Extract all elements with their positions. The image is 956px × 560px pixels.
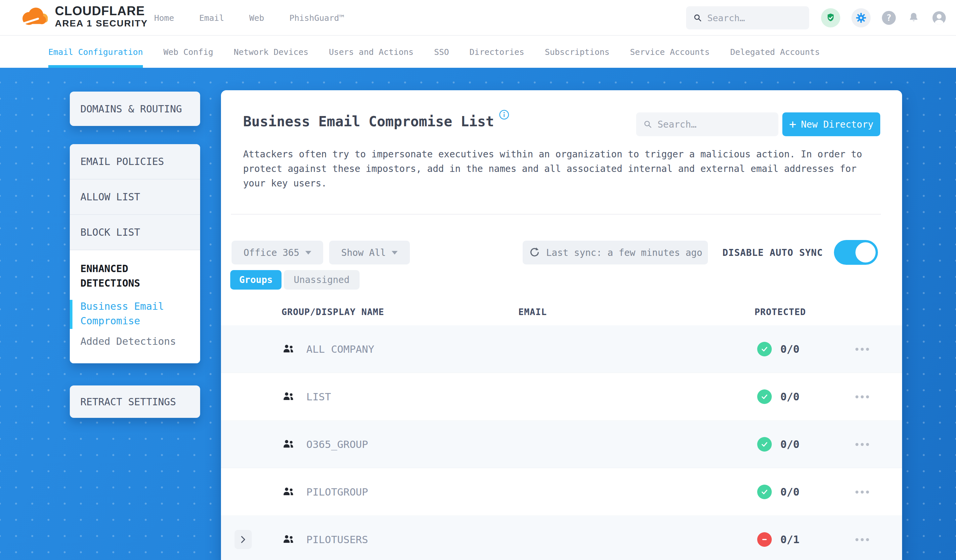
protection-status-button[interactable] (821, 8, 840, 27)
nav-web[interactable]: Web (249, 13, 264, 23)
help-button[interactable]: ? (882, 11, 896, 25)
protected-count: 0/1 (780, 516, 800, 560)
protected-count: 0/0 (780, 325, 800, 373)
account-button[interactable] (931, 10, 947, 25)
sidebar-item-email-policies[interactable]: EMAIL POLICIES (70, 144, 200, 179)
row-menu-button[interactable] (855, 468, 869, 516)
protected-count: 0/0 (780, 468, 800, 516)
group-name: PILOTUSERS (306, 516, 368, 560)
row-menu-button[interactable] (855, 420, 869, 468)
sidebar-item-enhanced-detections[interactable]: ENHANCED DETECTIONS (80, 262, 179, 290)
row-menu-button[interactable] (855, 516, 869, 560)
cloudflare-logo: CLOUDFLARE AREA 1 SECURITY (19, 4, 148, 29)
tab-users-and-actions[interactable]: Users and Actions (329, 36, 414, 68)
info-icon[interactable] (499, 110, 509, 121)
view-tab-unassigned[interactable]: Unassigned (284, 270, 360, 290)
content-area: DOMAINS & ROUTING EMAIL POLICIES ALLOW L… (0, 68, 956, 560)
active-item-indicator (70, 300, 72, 329)
group-icon (283, 344, 296, 356)
table-row[interactable]: PILOTUSERS 0/1 (221, 516, 902, 560)
protected-count: 0/0 (780, 420, 800, 468)
group-icon (283, 439, 296, 451)
shield-check-icon (825, 13, 836, 23)
row-menu-button[interactable] (855, 325, 869, 373)
sidebar-item-added-detections[interactable]: Added Detections (80, 336, 200, 347)
protected-check-icon (757, 342, 772, 356)
view-tab-groups[interactable]: Groups (230, 270, 281, 290)
global-search[interactable] (686, 6, 809, 30)
table-row[interactable]: LIST 0/0 (221, 373, 902, 420)
list-search-input[interactable] (657, 119, 771, 130)
unprotected-minus-icon (757, 532, 772, 547)
logo-line2: AREA 1 SECURITY (55, 18, 148, 29)
table-header: GROUP/DISPLAY NAME EMAIL PROTECTED (221, 307, 902, 325)
column-header-email: EMAIL (518, 307, 547, 317)
group-table: ALL COMPANY 0/0 LIST 0/0 (221, 325, 902, 560)
directory-filter-dropdown[interactable]: Office 365 (231, 241, 323, 265)
avatar-icon (931, 10, 947, 25)
nav-home[interactable]: Home (154, 13, 174, 23)
cloudflare-cloud-icon (19, 4, 50, 29)
new-directory-label: New Directory (801, 119, 873, 130)
toggle-knob (855, 242, 876, 262)
group-name: PILOTGROUP (306, 468, 368, 516)
show-filter-value: Show All (341, 247, 386, 258)
top-bar: CLOUDFLARE AREA 1 SECURITY Home Email We… (0, 0, 956, 36)
protected-check-icon (757, 437, 772, 452)
tab-email-configuration[interactable]: Email Configuration (48, 36, 143, 68)
chevron-down-icon (305, 251, 311, 254)
tab-sso[interactable]: SSO (434, 36, 449, 68)
bell-icon (907, 11, 920, 25)
top-bar-right: ? (686, 0, 947, 36)
column-header-name: GROUP/DISPLAY NAME (281, 307, 384, 317)
divider (231, 214, 881, 215)
global-search-input[interactable] (707, 13, 802, 23)
new-directory-button[interactable]: + New Directory (782, 112, 880, 136)
tab-service-accounts[interactable]: Service Accounts (630, 36, 710, 68)
sidebar-item-domains-routing[interactable]: DOMAINS & ROUTING (70, 92, 200, 126)
row-menu-button[interactable] (855, 373, 869, 420)
last-sync-text: Last sync: a few minutes ago (546, 247, 702, 258)
table-row[interactable]: O365_GROUP 0/0 (221, 420, 902, 468)
page-description: Attackers often try to impersonate execu… (243, 147, 873, 191)
group-icon (283, 391, 296, 403)
table-row[interactable]: PILOTGROUP 0/0 (221, 468, 902, 516)
tab-web-config[interactable]: Web Config (164, 36, 213, 68)
sidebar-item-business-email-compromise[interactable]: Business Email Compromise (80, 299, 179, 328)
sidebar-card-retract-settings: RETRACT SETTINGS (70, 386, 200, 418)
expand-row-button[interactable] (234, 530, 252, 549)
tab-delegated-accounts[interactable]: Delegated Accounts (730, 36, 820, 68)
settings-button[interactable] (851, 8, 871, 27)
notifications-button[interactable] (907, 11, 920, 25)
tab-subscriptions[interactable]: Subscriptions (545, 36, 610, 68)
sidebar-item-allow-list[interactable]: ALLOW LIST (70, 179, 200, 215)
table-row[interactable]: ALL COMPANY 0/0 (221, 325, 902, 373)
protected-check-icon (757, 485, 772, 499)
main-nav: Home Email Web PhishGuard™ (154, 0, 344, 36)
nav-email[interactable]: Email (199, 13, 224, 23)
chevron-down-icon (392, 251, 398, 254)
list-search[interactable] (636, 112, 778, 136)
directory-filter-value: Office 365 (244, 247, 299, 258)
chevron-right-icon (241, 535, 246, 543)
tab-directories[interactable]: Directories (469, 36, 524, 68)
group-icon (283, 486, 296, 499)
protected-count: 0/0 (780, 373, 800, 420)
auto-sync-label: DISABLE AUTO SYNC (722, 241, 823, 265)
protected-check-icon (757, 389, 772, 404)
gear-icon (855, 12, 867, 24)
page-title: Business Email Compromise List (243, 113, 494, 130)
search-icon (643, 119, 653, 129)
main-panel: Business Email Compromise List + New Dir… (221, 90, 902, 560)
group-name: O365_GROUP (306, 420, 368, 468)
sidebar-card-policies: EMAIL POLICIES ALLOW LIST BLOCK LIST ENH… (70, 144, 200, 363)
refresh-icon (528, 246, 541, 259)
column-header-protected: PROTECTED (755, 307, 806, 317)
sidebar-item-block-list[interactable]: BLOCK LIST (70, 215, 200, 250)
sidebar-item-retract-settings[interactable]: RETRACT SETTINGS (70, 386, 200, 418)
auto-sync-toggle[interactable] (834, 240, 878, 265)
tab-network-devices[interactable]: Network Devices (234, 36, 309, 68)
nav-phishguard[interactable]: PhishGuard™ (289, 13, 344, 23)
sidebar-section-enhanced-detections: ENHANCED DETECTIONS Business Email Compr… (70, 250, 200, 363)
show-filter-dropdown[interactable]: Show All (329, 241, 410, 265)
